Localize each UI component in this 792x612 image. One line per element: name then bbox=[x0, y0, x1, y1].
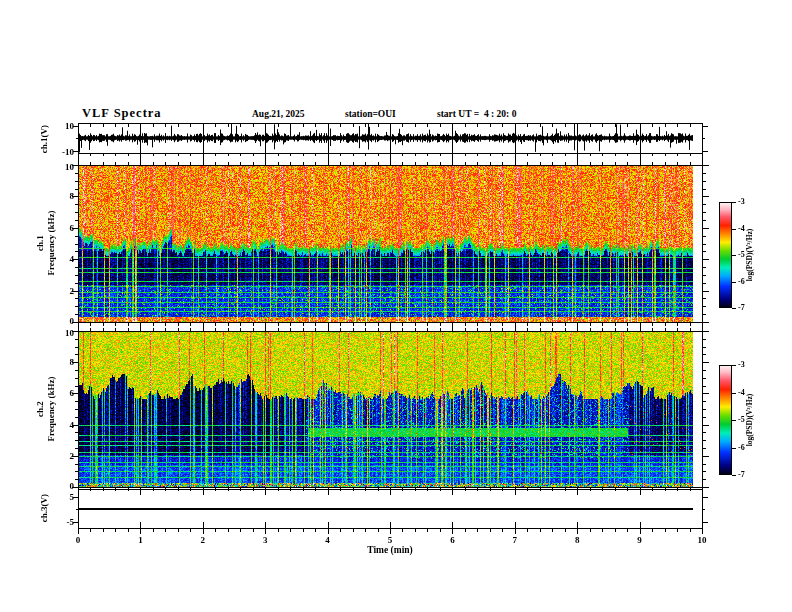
ch3-ytick: 5 bbox=[70, 492, 75, 501]
ch1-frequency-axis-label: Frequency (kHz) bbox=[47, 210, 56, 275]
ch2-spec-ytick: 8 bbox=[70, 358, 75, 367]
x-tick-label: 2 bbox=[201, 536, 206, 545]
x-tick-label: 7 bbox=[513, 536, 518, 545]
ch1-wave-ytick: -10 bbox=[62, 148, 74, 157]
x-tick-label: 5 bbox=[388, 536, 393, 545]
colorbar2-tick-label: -4 bbox=[738, 389, 745, 397]
colorbar1-tick-label: -3 bbox=[738, 198, 745, 206]
colorbar2-tick-label: -6 bbox=[738, 444, 745, 452]
ch1-axis-label-line1: ch.1 bbox=[36, 235, 45, 251]
colorbar2-label: log(PSD)(V²/Hz) bbox=[746, 394, 754, 447]
time-axis-label: Time (min) bbox=[367, 546, 412, 556]
ch1-wave-ytick: 10 bbox=[65, 122, 74, 131]
colorbar1-tick-label: -4 bbox=[738, 225, 745, 233]
axes-overlay bbox=[0, 0, 792, 612]
colorbar1-tick-label: -7 bbox=[738, 304, 745, 312]
ch1-spec-ytick: 6 bbox=[70, 223, 75, 232]
ch2-frequency-axis-label: Frequency (kHz) bbox=[47, 376, 56, 441]
colorbar2-tick-label: -5 bbox=[738, 416, 745, 424]
colorbar1-tick-label: -6 bbox=[738, 278, 745, 286]
vlf-spectra-figure: VLF Spectra Aug.21, 2025 station=OUI sta… bbox=[0, 0, 792, 612]
ch1-spec-ytick: 4 bbox=[70, 255, 75, 264]
ch3-ytick: -5 bbox=[67, 517, 75, 526]
colorbar1-label: log(PSD)(V²/Hz) bbox=[746, 229, 754, 282]
ch3-voltage-axis-label: ch.3(V) bbox=[40, 494, 49, 522]
ch1-spec-ytick: 0 bbox=[70, 317, 75, 326]
colorbar1-tick-label: -5 bbox=[738, 251, 745, 259]
x-tick-label: 6 bbox=[450, 536, 455, 545]
x-tick-label: 4 bbox=[325, 536, 330, 545]
x-tick-label: 9 bbox=[637, 536, 642, 545]
colorbar2-tick-label: -7 bbox=[738, 471, 745, 479]
ch2-spec-ytick: 6 bbox=[70, 389, 75, 398]
colorbar2-tick-label: -3 bbox=[738, 361, 745, 369]
ch1-spec-ytick: 10 bbox=[65, 163, 74, 172]
x-tick-label: 1 bbox=[138, 536, 143, 545]
ch2-spec-ytick: 2 bbox=[70, 451, 75, 460]
x-tick-label: 0 bbox=[76, 536, 81, 545]
ch1-voltage-axis-label: ch.1(V) bbox=[40, 125, 49, 153]
ch1-spec-ytick: 2 bbox=[70, 286, 75, 295]
ch2-axis-label-line1: ch.2 bbox=[36, 401, 45, 417]
ch2-spec-ytick: 10 bbox=[65, 329, 74, 338]
ch1-spec-ytick: 8 bbox=[70, 192, 75, 201]
x-tick-label: 10 bbox=[698, 536, 707, 545]
x-tick-label: 8 bbox=[575, 536, 580, 545]
ch2-spec-ytick: 0 bbox=[70, 482, 75, 491]
x-tick-label: 3 bbox=[263, 536, 268, 545]
ch2-spec-ytick: 4 bbox=[70, 420, 75, 429]
